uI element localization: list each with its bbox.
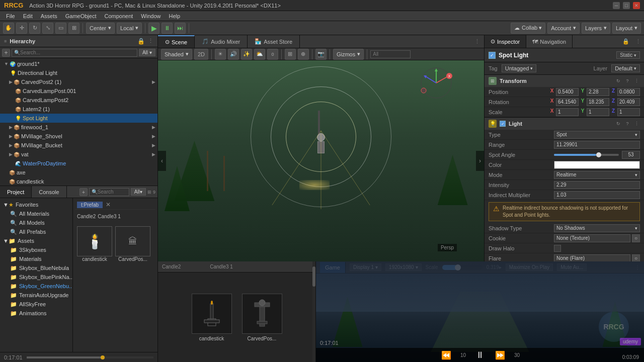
tab-project[interactable]: Project: [0, 186, 32, 198]
hierarchy-item-shovel[interactable]: ▶ 📦 MVillage_Shovel ▶: [0, 132, 157, 141]
indirect-mult-field[interactable]: 1.03: [554, 191, 640, 199]
hierarchy-item-latern2[interactable]: 📦 Latern2 (1): [0, 105, 157, 114]
scene-audio[interactable]: 🔊: [228, 49, 239, 60]
folder-terrain[interactable]: 📁TerrainAutoUpgrade: [0, 291, 72, 300]
pos-x-field[interactable]: 0.5400: [556, 88, 579, 96]
hierarchy-item-carvedlamppost001[interactable]: 📦 CarvedLampPost.001: [0, 86, 157, 96]
folder-skybox-blue[interactable]: 📁Skybox_BlueNebula: [0, 263, 72, 273]
draw-halo-checkbox[interactable]: [554, 245, 561, 252]
scene-gizmos[interactable]: Gizmos▾: [333, 49, 364, 60]
tab-scene[interactable]: ⊙Scene: [158, 35, 195, 48]
rotate-tool[interactable]: ↻: [29, 23, 40, 34]
cookie-dropdown[interactable]: None (Texture): [554, 234, 630, 242]
hierarchy-item-candlestick[interactable]: 📦 candlestick: [0, 177, 157, 186]
tab-inspector[interactable]: ⊙Inspector: [485, 35, 526, 48]
folder-skybox-green[interactable]: 📁Skybox_GreenNebu...: [0, 282, 72, 291]
spot-angle-thumb[interactable]: [596, 152, 601, 157]
asset-thumb-candlestick[interactable]: candlestick: [192, 294, 232, 341]
cookie-select-button[interactable]: ○: [632, 234, 640, 242]
pos-y-field[interactable]: 2.28: [587, 88, 609, 96]
folder-allsky[interactable]: 📁AllSkyFree: [0, 300, 72, 309]
tag-dropdown[interactable]: Untagged ▾: [502, 64, 537, 72]
light-type-dropdown[interactable]: Spot ▾: [554, 131, 640, 139]
scene-grid[interactable]: ⊞: [285, 49, 296, 60]
pause-button[interactable]: ⏸: [162, 23, 173, 34]
collab-dropdown[interactable]: ☁Collab ▾: [511, 23, 545, 34]
menu-component[interactable]: Component: [100, 12, 137, 20]
filter-prefab[interactable]: t:Prefab: [77, 202, 103, 208]
center-dropdown[interactable]: Center▾: [86, 23, 115, 34]
light-question[interactable]: ?: [624, 120, 631, 127]
menu-window[interactable]: Window: [137, 12, 165, 20]
filter-clear[interactable]: ✕: [106, 201, 111, 208]
asset-thumb-carvedpos[interactable]: CarvedPos...: [242, 294, 282, 341]
scene-view[interactable]: X Persp ‹ ›: [158, 60, 484, 261]
hierarchy-item-waterproday[interactable]: 🌊 WaterProDaytime: [0, 159, 157, 168]
menu-edit[interactable]: Edit: [19, 12, 37, 20]
fav-all-prefabs[interactable]: 🔍All Prefabs: [0, 227, 72, 236]
layers-dropdown[interactable]: Layers▾: [582, 23, 610, 34]
menu-assets[interactable]: Assets: [37, 12, 61, 20]
transform-refresh[interactable]: ↻: [615, 77, 622, 84]
persp-button[interactable]: Persp: [438, 244, 457, 251]
light-refresh[interactable]: ↻: [615, 120, 622, 127]
layout-dropdown[interactable]: Layout▾: [612, 23, 641, 34]
local-dropdown[interactable]: Local▾: [117, 23, 142, 34]
tab-console[interactable]: Console: [32, 186, 66, 198]
light-mode-dropdown[interactable]: Realtime ▾: [554, 171, 640, 179]
thumb-scrollbar[interactable]: [312, 261, 315, 362]
folder-3skyboxes[interactable]: 📁3Skyboxes: [0, 245, 72, 254]
folder-materials[interactable]: 📁Materials: [0, 254, 72, 263]
hierarchy-all[interactable]: All▾: [139, 49, 155, 56]
menu-help[interactable]: Help: [165, 12, 184, 20]
hierarchy-item-bucket[interactable]: ▶ 📦 MVillage_Bucket ▶: [0, 141, 157, 150]
minimize-button[interactable]: ─: [613, 2, 620, 9]
scene-fx[interactable]: ✨: [241, 49, 252, 60]
hierarchy-lock[interactable]: 🔒: [137, 38, 145, 45]
scale-tool[interactable]: ⤡: [42, 23, 53, 34]
object-enable-checkbox[interactable]: ✓: [489, 52, 496, 59]
project-add[interactable]: +: [79, 188, 88, 196]
hierarchy-search[interactable]: [20, 50, 135, 55]
folder-animations[interactable]: 📁Animations: [0, 309, 72, 318]
thumb-scrollbar-thumb[interactable]: [312, 266, 315, 287]
hierarchy-item-spotlight[interactable]: 💡 Spot Light: [0, 114, 157, 123]
account-dropdown[interactable]: Account▾: [547, 23, 580, 34]
scale-z-field[interactable]: 1: [617, 108, 640, 116]
spot-angle-slider[interactable]: [554, 154, 619, 156]
scene-skybox[interactable]: ⛅: [254, 49, 265, 60]
step-button[interactable]: ⏭: [175, 23, 186, 34]
hierarchy-add[interactable]: +: [2, 49, 10, 57]
shadow-type-dropdown[interactable]: No Shadows ▾: [554, 224, 640, 232]
scene-2d[interactable]: 2D: [194, 49, 208, 60]
rect-tool[interactable]: ▭: [55, 23, 66, 34]
rot-z-field[interactable]: 20.409: [617, 98, 640, 106]
move-tool[interactable]: ✛: [16, 23, 27, 34]
hierarchy-item-carvedpost2[interactable]: ▶ 📦 CarvedPost2 (1) ▶: [0, 77, 157, 86]
spot-angle-value[interactable]: 53: [622, 151, 640, 159]
scene-search[interactable]: [373, 51, 408, 57]
hierarchy-item-directionallight[interactable]: 💡 Directional Light: [0, 68, 157, 77]
scene-gizmo[interactable]: X: [419, 65, 454, 101]
pos-z-field[interactable]: 0.0800: [617, 88, 640, 96]
transform-question[interactable]: ?: [624, 77, 631, 84]
scene-nav-left[interactable]: ‹: [158, 151, 166, 171]
asset-carvedpos[interactable]: 🏛 CarvedPos...: [115, 226, 150, 262]
scene-menu[interactable]: ⋮: [470, 38, 484, 45]
light-intensity-field[interactable]: 2.29: [554, 181, 640, 189]
project-search[interactable]: [98, 189, 123, 195]
scene-fog[interactable]: 0: [267, 49, 278, 60]
layer-dropdown[interactable]: Default ▾: [611, 64, 640, 72]
folder-skybox-bluepink[interactable]: 📁Skybox_BluePinkNa...: [0, 273, 72, 282]
menu-file[interactable]: File: [2, 12, 19, 20]
light-menu[interactable]: ⋮: [633, 120, 640, 127]
hierarchy-item-carvedlamppost2[interactable]: 📦 CarvedLampPost2: [0, 96, 157, 105]
rot-y-field[interactable]: 18.235: [587, 98, 609, 106]
play-button[interactable]: ▶: [148, 23, 159, 34]
light-color-picker[interactable]: [554, 161, 640, 169]
scene-light[interactable]: ☀: [215, 49, 226, 60]
flare-select-button[interactable]: ○: [632, 254, 640, 262]
tab-asset-store[interactable]: 🏪Asset Store: [248, 35, 300, 48]
inspector-lock[interactable]: 🔒: [619, 38, 632, 45]
scene-shaded[interactable]: Shaded▾: [161, 49, 192, 60]
